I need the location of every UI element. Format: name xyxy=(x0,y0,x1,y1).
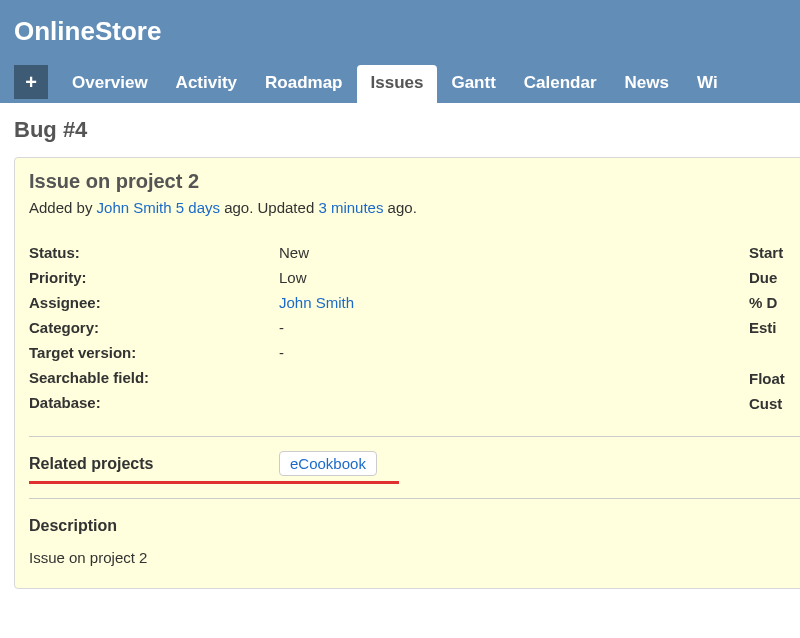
issue-details: Issue on project 2 Added by John Smith 5… xyxy=(14,157,800,589)
percent-done-label: % D xyxy=(749,294,785,311)
searchable-field-label: Searchable field: xyxy=(29,369,279,386)
meta-mid: ago. Updated xyxy=(220,199,318,216)
tab-gantt[interactable]: Gantt xyxy=(437,65,509,103)
highlight-underline xyxy=(29,481,399,484)
tab-issues[interactable]: Issues xyxy=(357,65,438,103)
database-label: Database: xyxy=(29,394,279,411)
status-label: Status: xyxy=(29,244,279,261)
related-projects-label: Related projects xyxy=(29,455,279,473)
meta-suffix: ago. xyxy=(383,199,416,216)
tab-calendar[interactable]: Calendar xyxy=(510,65,611,103)
float-field-label: Float xyxy=(749,370,785,387)
tab-wiki[interactable]: Wi xyxy=(683,65,732,103)
description-text: Issue on project 2 xyxy=(29,549,800,566)
project-title: OnlineStore xyxy=(14,10,786,65)
assignee-link[interactable]: John Smith xyxy=(279,294,354,311)
description-heading: Description xyxy=(29,517,800,535)
main-tabs: + Overview Activity Roadmap Issues Gantt… xyxy=(14,65,786,103)
target-version-value: - xyxy=(279,344,284,361)
custom-field-label: Cust xyxy=(749,395,785,412)
divider xyxy=(29,436,800,437)
author-link[interactable]: John Smith 5 days xyxy=(97,199,220,216)
updated-link[interactable]: 3 minutes xyxy=(318,199,383,216)
start-date-label: Start xyxy=(749,244,785,261)
status-value: New xyxy=(279,244,309,261)
meta-prefix: Added by xyxy=(29,199,97,216)
category-label: Category: xyxy=(29,319,279,336)
target-version-label: Target version: xyxy=(29,344,279,361)
tab-news[interactable]: News xyxy=(611,65,683,103)
estimated-time-label: Esti xyxy=(749,319,785,336)
tab-activity[interactable]: Activity xyxy=(162,65,251,103)
issue-title: Issue on project 2 xyxy=(29,170,800,193)
tab-overview[interactable]: Overview xyxy=(58,65,162,103)
related-projects-row: Related projects eCookbook xyxy=(29,449,800,482)
related-project-tag[interactable]: eCookbook xyxy=(279,451,377,476)
divider xyxy=(29,498,800,499)
priority-value: Low xyxy=(279,269,307,286)
due-date-label: Due xyxy=(749,269,785,286)
assignee-label: Assignee: xyxy=(29,294,279,311)
new-object-button[interactable]: + xyxy=(14,65,48,99)
priority-label: Priority: xyxy=(29,269,279,286)
category-value: - xyxy=(279,319,284,336)
tab-roadmap[interactable]: Roadmap xyxy=(251,65,356,103)
page-heading: Bug #4 xyxy=(14,117,786,143)
issue-meta: Added by John Smith 5 days ago. Updated … xyxy=(29,199,800,216)
